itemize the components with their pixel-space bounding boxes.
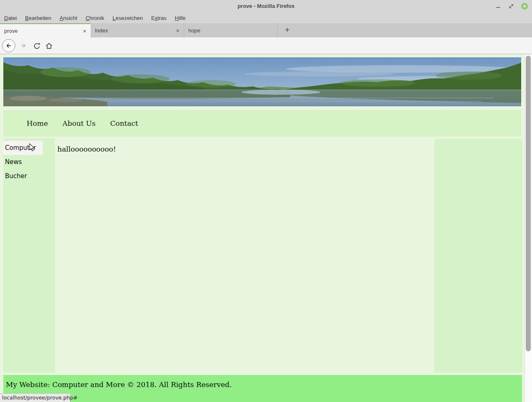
close-icon: ×	[523, 3, 526, 10]
browser-window: prove - Mozilla Firefox × Datei Bearbeit…	[0, 0, 532, 402]
left-sidebar: Computer News Bucher	[3, 138, 55, 373]
home-icon	[45, 42, 53, 49]
menu-datei[interactable]: Datei	[4, 15, 17, 21]
site-footer: My Website: Computer and More © 2018. Al…	[3, 375, 522, 402]
tab-hope[interactable]: hope	[184, 23, 278, 37]
mouse-cursor	[29, 143, 36, 154]
tab-close-icon[interactable]: ×	[79, 27, 86, 34]
back-icon	[2, 39, 15, 52]
minimize-button[interactable]	[495, 3, 501, 10]
menu-hilfe[interactable]: Hilfe	[175, 15, 186, 21]
menu-chronik[interactable]: Chronik	[86, 15, 104, 21]
reload-icon	[33, 42, 40, 49]
sidebar-link-news[interactable]: News	[3, 155, 55, 169]
status-link-preview: localhost/provee/prove.php#	[0, 393, 71, 402]
page-scrollbar[interactable]	[525, 54, 532, 402]
menu-bearbeiten[interactable]: Bearbeiten	[25, 15, 51, 21]
home-button[interactable]	[44, 37, 54, 54]
tab-label: hope	[188, 27, 273, 34]
navigation-toolbar: localhost/provee/prove.php# ⋯ ☆	[0, 37, 532, 54]
header-lake-image	[3, 57, 521, 106]
tab-label: prove	[4, 28, 79, 34]
nav-link-home[interactable]: Home	[27, 119, 48, 127]
tab-bar: prove × Index × hope +	[0, 23, 532, 37]
tab-index[interactable]: Index ×	[91, 23, 184, 37]
main-content-text: halloooooooooo!	[57, 145, 116, 153]
titlebar[interactable]: prove - Mozilla Firefox ×	[0, 0, 532, 12]
menu-ansicht[interactable]: Ansicht	[59, 15, 77, 21]
minimize-icon	[496, 7, 500, 8]
nav-link-about[interactable]: About Us	[62, 119, 96, 127]
nav-link-contact[interactable]: Contact	[110, 119, 138, 127]
reload-button[interactable]	[32, 37, 42, 54]
close-button[interactable]: ×	[521, 3, 528, 10]
tab-label: Index	[95, 27, 172, 34]
site-navigation: Home About Us Contact	[3, 110, 521, 137]
menubar: Datei Bearbeiten Ansicht Chronik Lesezei…	[0, 12, 532, 23]
tab-close-icon[interactable]: ×	[172, 27, 180, 34]
sidebar-link-bucher[interactable]: Bucher	[3, 169, 55, 183]
window-title: prove - Mozilla Firefox	[0, 3, 532, 9]
menu-extras[interactable]: Extras	[151, 15, 167, 21]
tab-prove[interactable]: prove ×	[0, 23, 91, 37]
scrollbar-thumb[interactable]	[526, 56, 531, 351]
new-tab-button[interactable]: +	[282, 25, 293, 36]
sidebar-link-computer[interactable]: Computer	[3, 141, 43, 155]
forward-button[interactable]	[18, 37, 28, 54]
back-button[interactable]	[2, 37, 16, 54]
menu-lesezeichen[interactable]: Lesezeichen	[113, 15, 143, 21]
forward-icon	[20, 42, 27, 49]
page-viewport: Home About Us Contact Computer News Buch…	[0, 54, 525, 402]
restore-icon	[509, 4, 514, 9]
maximize-button[interactable]	[508, 3, 515, 10]
right-sidebar	[434, 139, 522, 373]
